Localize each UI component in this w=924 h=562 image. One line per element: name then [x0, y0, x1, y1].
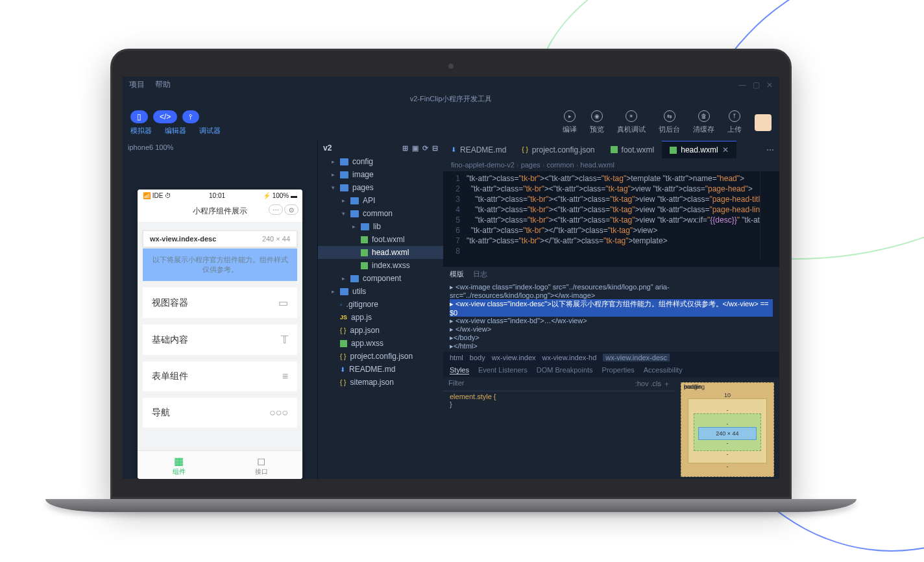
clear-cache-button[interactable]: 🗑清缓存 [693, 110, 714, 134]
background-button[interactable]: ⇆切后台 [659, 110, 680, 134]
tree-item[interactable]: ▸component [318, 272, 443, 285]
devtools: 模版 日志 ▸ <wx-image class="index-logo" src… [443, 266, 779, 479]
maximize-icon[interactable]: ▢ [753, 80, 760, 90]
upload-button[interactable]: ⤒上传 [727, 110, 742, 134]
css-rule[interactable]: </span><div class="sel-txt">.index-desc … [443, 409, 675, 412]
window-title: v2-FinClip小程序开发工具 [123, 93, 779, 108]
editor-tab[interactable]: { }project.config.json [514, 141, 602, 158]
style-tab[interactable]: DOM Breakpoints [537, 366, 593, 374]
tree-item[interactable]: ▸utils [318, 285, 443, 298]
collapse-icon[interactable]: ⊟ [432, 144, 438, 153]
element-node[interactable]: ▸</body> [450, 334, 773, 342]
styles-filter-actions[interactable]: :hov .cls ＋ [635, 379, 670, 389]
tree-item[interactable]: ▾pages [318, 181, 443, 194]
element-crumb[interactable]: wx-view.index-desc [603, 354, 670, 361]
tree-item[interactable]: { }project.config.json [318, 350, 443, 363]
styles-filter-input[interactable]: Filter [448, 379, 464, 389]
new-file-icon[interactable]: ⊞ [402, 144, 408, 153]
carrier-label: 📶 IDE ⏱ [143, 192, 171, 199]
list-item[interactable]: 表单组件≡ [143, 361, 297, 391]
element-node[interactable]: ▸ <wx-view class="index-desc">以下将展示小程序官方… [450, 299, 773, 317]
tree-item[interactable]: { }app.json [318, 324, 443, 337]
cube-icon: ◻ [220, 455, 302, 467]
list-item[interactable]: 导航○○○ [143, 398, 297, 428]
preview-button[interactable]: ◉预览 [590, 110, 604, 134]
style-tab[interactable]: Properties [602, 366, 635, 374]
compile-icon: ▸ [564, 110, 576, 122]
simulator-toggle[interactable]: ▯ [130, 110, 148, 123]
editor-label: 编辑器 [165, 126, 186, 136]
breadcrumb-segment[interactable]: common [541, 161, 574, 169]
minimap[interactable] [760, 171, 779, 260]
list-item[interactable]: 基础内容𝕋 [143, 324, 297, 355]
css-rule[interactable]: element.style {} [443, 391, 675, 409]
style-tab[interactable]: Styles [450, 366, 469, 374]
style-tab[interactable]: Event Listeners [478, 366, 528, 374]
breadcrumb-segment[interactable]: head.wxml [574, 161, 614, 169]
tree-item[interactable]: ▸API [318, 194, 443, 207]
capsule-menu-icon[interactable]: ⋯ [269, 204, 283, 215]
remote-debug-button[interactable]: ✶真机调试 [617, 110, 646, 134]
editor-panel: ⬇README.md{ }project.config.jsonfoot.wxm… [443, 141, 779, 479]
style-tab[interactable]: Accessibility [644, 366, 683, 374]
tab-api[interactable]: ◻接口 [220, 451, 302, 479]
elements-breadcrumb: htmlbodywx-view.indexwx-view.index-hdwx-… [443, 352, 779, 363]
tree-item[interactable]: ▾common [318, 207, 443, 220]
editor-toggle[interactable]: </> [153, 110, 177, 123]
simulator-info: iphone6 100% [123, 141, 317, 154]
element-crumb[interactable]: html [450, 354, 463, 361]
phone-header: 小程序组件展示 ⋯⊙ [138, 202, 302, 223]
compile-button[interactable]: ▸编译 [563, 110, 577, 134]
tree-item[interactable]: ▸config [318, 155, 443, 168]
devtools-tab-log[interactable]: 日志 [473, 269, 487, 279]
element-node[interactable]: ▸ </wx-view> [450, 325, 773, 334]
breadcrumb: fino-applet-demo-v2pagescommonhead.wxml [443, 158, 779, 171]
phone-simulator: 📶 IDE ⏱ 10:01 ⚡ 100% ▬ 小程序组件展示 ⋯⊙ wx-vie… [138, 189, 302, 479]
item-icon: ▭ [278, 297, 288, 309]
project-root[interactable]: v2 [323, 143, 332, 153]
minimize-icon[interactable]: — [738, 80, 746, 90]
item-icon: 𝕋 [281, 334, 288, 346]
avatar[interactable] [755, 114, 772, 131]
breadcrumb-segment[interactable]: fino-applet-demo-v2 [451, 161, 515, 169]
tree-item[interactable]: ▫.gitignore [318, 298, 443, 311]
tree-item[interactable]: foot.wxml [318, 233, 443, 246]
tree-item[interactable]: JSapp.js [318, 311, 443, 324]
tree-item[interactable]: ⬇README.md [318, 363, 443, 376]
elements-tree[interactable]: ▸ <wx-image class="index-logo" src="../r… [443, 282, 779, 352]
element-node[interactable]: ▸ <wx-image class="index-logo" src="../r… [450, 283, 773, 299]
editor-tab[interactable]: ⬇README.md [443, 141, 514, 158]
tab-component[interactable]: ▦组件 [138, 451, 220, 479]
tree-item[interactable]: { }sitemap.json [318, 376, 443, 389]
breadcrumb-segment[interactable]: pages [515, 161, 541, 169]
editor-tab[interactable]: foot.wxml [603, 141, 663, 158]
new-folder-icon[interactable]: ▣ [412, 144, 419, 153]
ide-window: 项目 帮助 — ▢ ✕ v2-FinClip小程序开发工具 ▯ </> ⫯ 模拟… [123, 77, 779, 479]
list-item[interactable]: 视图容器▭ [143, 287, 297, 318]
tree-item[interactable]: ▸image [318, 168, 443, 181]
close-tab-icon[interactable]: ✕ [722, 145, 729, 154]
menu-help[interactable]: 帮助 [155, 79, 171, 90]
editor-tab[interactable]: head.wxml✕ [662, 141, 736, 158]
grid-icon: ▦ [138, 455, 220, 467]
tree-item[interactable]: app.wxss [318, 337, 443, 350]
phone-statusbar: 📶 IDE ⏱ 10:01 ⚡ 100% ▬ [138, 189, 302, 202]
element-node[interactable]: ▸</html> [450, 342, 773, 350]
close-icon[interactable]: ✕ [766, 80, 773, 90]
tree-item[interactable]: head.wxml [318, 246, 443, 259]
refresh-icon[interactable]: ⟳ [422, 144, 428, 153]
tree-item[interactable]: ▸lib [318, 220, 443, 233]
devtools-tab-wxml[interactable]: 模版 [450, 269, 464, 279]
menu-bar: 项目 帮助 — ▢ ✕ [123, 77, 779, 93]
capsule-close-icon[interactable]: ⊙ [284, 204, 298, 215]
debugger-toggle[interactable]: ⫯ [182, 110, 199, 123]
tree-item[interactable]: index.wxss [318, 259, 443, 272]
element-crumb[interactable]: wx-view.index-hd [542, 354, 597, 361]
element-node[interactable]: ▸ <wx-view class="index-bd">…</wx-view> [450, 317, 773, 325]
tab-overflow-icon[interactable]: ⋯ [761, 145, 779, 154]
code-editor[interactable]: 12345678 "tk-attr">class="tk-br"><"tk-at… [443, 171, 779, 266]
laptop-frame: 项目 帮助 — ▢ ✕ v2-FinClip小程序开发工具 ▯ </> ⫯ 模拟… [110, 49, 792, 512]
menu-project[interactable]: 项目 [129, 79, 145, 90]
element-crumb[interactable]: wx-view.index [492, 354, 536, 361]
element-crumb[interactable]: body [470, 354, 485, 361]
